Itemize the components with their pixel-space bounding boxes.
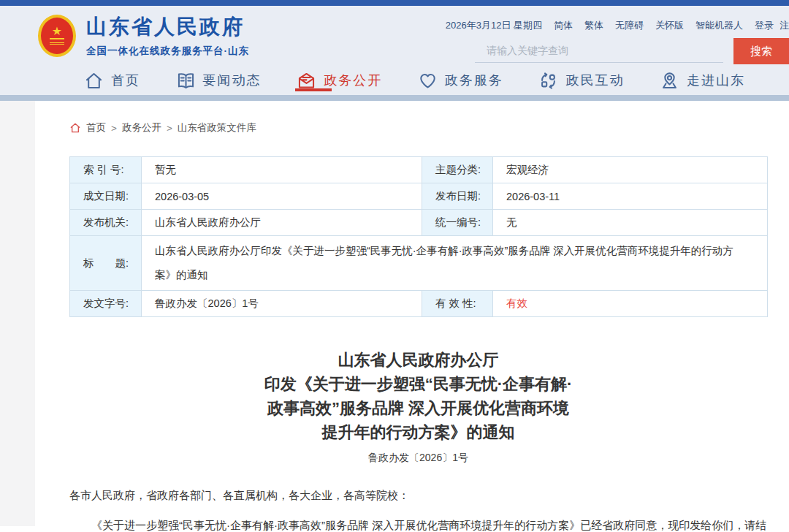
home-icon <box>84 71 104 91</box>
field-value-unified-number: 无 <box>493 210 768 236</box>
article-title: 山东省人民政府办公厅 印发《关于进一步塑强“民事无忧·企事有解· 政事高效”服务… <box>69 348 767 444</box>
article-paragraph-salutation: 各市人民政府，省政府各部门、各直属机构，各大企业，各高等院校： <box>69 487 771 504</box>
field-value-issuing-agency: 山东省人民政府办公厅 <box>142 210 422 236</box>
table-row: 发文字号: 鲁政办发〔2026〕1号 有 效 性: 有效 <box>70 291 768 317</box>
table-row: 标 题: 山东省人民政府办公厅印发《关于进一步塑强“民事无忧·企事有解·政事高效… <box>70 236 768 291</box>
heart-icon <box>418 71 438 91</box>
breadcrumb-gov-disclosure[interactable]: 政务公开 <box>122 121 161 134</box>
field-value-written-date: 2026-03-05 <box>142 183 422 210</box>
article-paragraph-body: 《关于进一步塑强“民事无忧·企事有解·政事高效”服务品牌 深入开展优化营商环境提… <box>69 517 771 532</box>
field-label-issuing-agency: 发布机关: <box>70 210 142 236</box>
field-label-validity: 有 效 性: <box>422 291 493 317</box>
field-value-doc-number: 鲁政办发〔2026〕1号 <box>142 291 422 317</box>
search-input[interactable] <box>475 38 723 63</box>
link-accessibility[interactable]: 无障碍 <box>615 19 644 32</box>
link-traditional[interactable]: 繁体 <box>584 19 603 32</box>
site-brand[interactable]: ★ 山东省人民政府 全国一体化在线政务服务平台·山东 <box>38 13 249 58</box>
nav-public-interaction[interactable]: 政民互动 <box>538 66 624 95</box>
field-value-title: 山东省人民政府办公厅印发《关于进一步塑强“民事无忧·企事有解·政事高效”服务品牌… <box>142 236 768 291</box>
link-smart-robot[interactable]: 智能机器人 <box>695 19 743 32</box>
nav-news[interactable]: 要闻动态 <box>176 66 262 95</box>
breadcrumb: 首页 > 政务公开 > 山东省政策文件库 <box>69 121 767 134</box>
search-button[interactable]: 搜索 <box>733 38 789 64</box>
content-card: 首页 > 政务公开 > 山东省政策文件库 索 引 号: 暂无 主题分类: 宏观经… <box>35 101 789 526</box>
document-meta-table: 索 引 号: 暂无 主题分类: 宏观经济 成文日期: 2026-03-05 发布… <box>69 156 768 317</box>
map-pin-icon <box>660 71 679 91</box>
nav-gov-services[interactable]: 政务服务 <box>418 66 503 95</box>
current-date: 2026年3月12日 星期四 <box>446 19 542 32</box>
field-label-doc-number: 发文字号: <box>70 291 142 317</box>
field-label-topic-category: 主题分类: <box>422 157 493 183</box>
field-label-written-date: 成文日期: <box>70 183 142 210</box>
field-value-publish-date: 2026-03-11 <box>493 183 768 210</box>
breadcrumb-home-icon <box>69 122 81 134</box>
link-care-mode[interactable]: 关怀版 <box>655 19 684 32</box>
field-label-unified-number: 统一编号: <box>422 210 493 236</box>
site-title: 山东省人民政府 <box>86 13 249 41</box>
interact-arrows-icon <box>538 71 558 91</box>
table-row: 索 引 号: 暂无 主题分类: 宏观经济 <box>70 157 768 183</box>
field-value-index-number: 暂无 <box>142 157 422 183</box>
link-simplified[interactable]: 简体 <box>554 19 573 32</box>
news-book-icon <box>176 71 196 91</box>
top-accent-bar <box>0 0 789 6</box>
field-value-topic-category: 宏观经济 <box>493 157 768 183</box>
header-meta-bar: 2026年3月12日 星期四 简体 繁体 无障碍 关怀版 智能机器人 登录 注册 <box>446 19 789 32</box>
site-header: ★ 山东省人民政府 全国一体化在线政务服务平台·山东 2026年3月12日 星期… <box>0 6 789 66</box>
breadcrumb-home[interactable]: 首页 <box>86 121 106 134</box>
nav-discover-shandong[interactable]: 走进山东 <box>660 66 745 95</box>
table-row: 发布机关: 山东省人民政府办公厅 统一编号: 无 <box>70 210 768 236</box>
article-doc-number: 鲁政办发〔2026〕1号 <box>69 452 767 465</box>
field-value-validity: 有效 <box>493 291 768 317</box>
nav-gov-disclosure[interactable]: 政务公开 <box>297 66 382 95</box>
field-label-title: 标 题: <box>70 236 142 291</box>
link-register[interactable]: 注册 <box>780 19 789 32</box>
site-subtitle: 全国一体化在线政务服务平台·山东 <box>86 45 249 58</box>
page-background: 首页 > 政务公开 > 山东省政策文件库 索 引 号: 暂无 主题分类: 宏观经… <box>0 101 789 526</box>
main-nav: 首页 要闻动态 政务公开 政务服务 政民互动 <box>0 66 789 101</box>
mail-open-icon <box>297 71 316 91</box>
field-label-index-number: 索 引 号: <box>70 157 142 183</box>
search-bar: 搜索 <box>475 38 789 64</box>
breadcrumb-policy-library[interactable]: 山东省政策文件库 <box>178 121 256 134</box>
national-emblem-icon: ★ <box>38 15 76 57</box>
field-label-publish-date: 发布日期: <box>422 183 493 210</box>
nav-home[interactable]: 首页 <box>84 66 140 95</box>
link-login[interactable]: 登录 <box>755 19 774 32</box>
table-row: 成文日期: 2026-03-05 发布日期: 2026-03-11 <box>70 183 768 210</box>
